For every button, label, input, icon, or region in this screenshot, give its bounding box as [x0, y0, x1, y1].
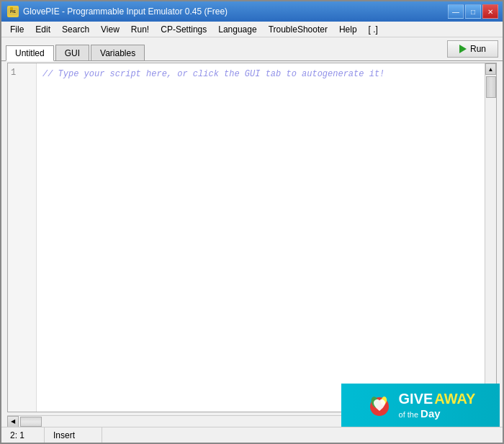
vertical-scrollbar[interactable]: ▲ ▼ — [485, 63, 496, 412]
editor-mode: Insert — [45, 427, 102, 443]
svg-text:PIE: PIE — [10, 9, 17, 14]
menu-run[interactable]: Run! — [125, 22, 155, 37]
hscroll-thumb[interactable] — [20, 417, 42, 427]
line-numbers: 1 — [8, 63, 37, 412]
title-bar-left: PIE GlovePIE - Programmable Input Emulat… — [7, 6, 228, 17]
run-icon — [459, 45, 467, 53]
window-title: GlovePIE - Programmable Input Emulator 0… — [23, 6, 228, 17]
giveaway-away: AWAY — [434, 391, 475, 407]
giveaway-text: GIVE AWAY of the Day — [399, 391, 476, 420]
editor-container: 1 // Type your script here, or click the… — [7, 63, 497, 412]
minimize-button[interactable]: — — [448, 4, 464, 19]
close-button[interactable]: ✕ — [482, 4, 498, 19]
run-label: Run — [470, 44, 486, 54]
menu-cp-settings[interactable]: CP-Settings — [155, 22, 212, 37]
menu-bar: File Edit Search View Run! CP-Settings L… — [1, 22, 503, 37]
app-icon: PIE — [7, 6, 19, 17]
giveaway-banner[interactable]: GIVE AWAY of the Day — [341, 384, 500, 427]
main-window: PIE GlovePIE - Programmable Input Emulat… — [0, 0, 504, 444]
run-button[interactable]: Run — [447, 40, 498, 58]
giveaway-day: Day — [420, 407, 441, 420]
title-bar: PIE GlovePIE - Programmable Input Emulat… — [1, 1, 503, 22]
giveaway-give: GIVE — [399, 391, 433, 407]
tabs: Untitled GUI Variables — [6, 45, 145, 60]
position-text: 2: 1 — [10, 430, 24, 440]
menu-troubleshooter[interactable]: TroubleShooter — [263, 22, 333, 37]
menu-file[interactable]: File — [4, 22, 30, 37]
menu-view[interactable]: View — [95, 22, 125, 37]
toolbar-area: Untitled GUI Variables Run — [1, 37, 503, 61]
menu-search[interactable]: Search — [56, 22, 95, 37]
status-bar: 2: 1 Insert GIVE AWAY — [1, 427, 503, 443]
tab-untitled[interactable]: Untitled — [6, 45, 54, 61]
maximize-button[interactable]: □ — [465, 4, 481, 19]
mode-text: Insert — [53, 430, 75, 440]
tab-variables[interactable]: Variables — [91, 45, 145, 60]
scroll-up-button[interactable]: ▲ — [485, 63, 496, 75]
scroll-thumb[interactable] — [486, 76, 496, 98]
giveaway-of-the: of the — [399, 410, 419, 419]
title-bar-controls: — □ ✕ — [448, 4, 498, 19]
giveaway-icon — [366, 391, 393, 420]
editor-area[interactable]: // Type your script here, or click the G… — [37, 63, 485, 412]
menu-help[interactable]: Help — [333, 22, 363, 37]
tab-gui[interactable]: GUI — [55, 45, 89, 60]
menu-extra[interactable]: [ .] — [363, 22, 384, 37]
hscroll-left-button[interactable]: ◀ — [7, 416, 19, 427]
menu-edit[interactable]: Edit — [30, 22, 56, 37]
scroll-track[interactable] — [485, 75, 496, 400]
menu-language[interactable]: Language — [212, 22, 262, 37]
cursor-position: 2: 1 — [1, 427, 45, 443]
